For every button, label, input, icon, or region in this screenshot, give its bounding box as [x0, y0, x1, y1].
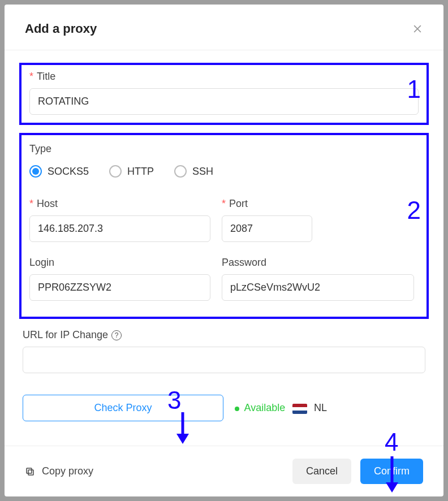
modal-content: * Title 1 Type SOCKS5 HTTP SSH	[5, 50, 443, 446]
radio-ssh[interactable]: SSH	[174, 165, 213, 178]
radio-http[interactable]: HTTP	[109, 165, 154, 178]
modal-footer: Copy proxy Cancel Confirm	[5, 446, 443, 496]
title-group: * Title 1	[19, 63, 429, 125]
radio-socks5[interactable]: SOCKS5	[29, 165, 89, 178]
copy-proxy-label: Copy proxy	[42, 465, 93, 477]
host-port-row: * Host * Port	[29, 198, 419, 242]
login-label: Login	[29, 257, 210, 269]
password-col: Password	[222, 257, 414, 301]
copy-icon	[25, 467, 35, 477]
port-label-text: Port	[229, 198, 248, 210]
login-input[interactable]	[29, 274, 210, 301]
port-input[interactable]	[222, 215, 312, 242]
host-input[interactable]	[29, 215, 210, 242]
login-col: Login	[29, 257, 210, 301]
required-asterisk: *	[29, 71, 33, 83]
password-label: Password	[222, 257, 414, 269]
status-text: Available	[244, 402, 285, 413]
footer-buttons: Cancel Confirm	[292, 459, 423, 484]
radio-label-http: HTTP	[127, 166, 154, 178]
help-icon[interactable]: ?	[111, 330, 122, 340]
port-label: * Port	[222, 198, 312, 210]
svg-marker-3	[176, 434, 189, 444]
radio-circle-icon	[29, 165, 42, 178]
radio-label-socks5: SOCKS5	[48, 166, 89, 178]
status-dot-icon	[235, 407, 239, 411]
login-pass-row: Login Password	[29, 257, 419, 301]
url-label-text: URL for IP Change	[23, 329, 108, 341]
country-code: NL	[314, 402, 327, 413]
check-proxy-button[interactable]: Check Proxy	[23, 395, 223, 421]
host-col: * Host	[29, 198, 210, 242]
confirm-button[interactable]: Confirm	[360, 459, 423, 484]
title-input[interactable]	[29, 88, 419, 115]
modal-header: Add a proxy	[5, 5, 443, 50]
required-asterisk: *	[29, 198, 33, 210]
title-label-text: Title	[37, 71, 55, 83]
radio-circle-icon	[109, 165, 122, 178]
modal-title: Add a proxy	[25, 21, 97, 36]
url-input[interactable]	[23, 347, 425, 373]
svg-rect-7	[27, 468, 32, 473]
port-col: * Port	[222, 198, 312, 242]
status-block: Available NL	[235, 402, 327, 414]
connection-group: Type SOCKS5 HTTP SSH *	[19, 133, 429, 319]
svg-rect-6	[28, 470, 33, 475]
check-row: Check Proxy Available NL	[19, 395, 429, 421]
host-label-text: Host	[37, 198, 58, 210]
title-label: * Title	[29, 71, 419, 83]
cancel-button[interactable]: Cancel	[292, 459, 351, 484]
host-label: * Host	[29, 198, 210, 210]
radio-circle-icon	[174, 165, 187, 178]
type-radio-group: SOCKS5 HTTP SSH	[29, 165, 419, 178]
add-proxy-modal: Add a proxy * Title 1 Type SOCKS5	[5, 5, 443, 496]
required-asterisk: *	[222, 198, 226, 210]
copy-proxy-button[interactable]: Copy proxy	[25, 465, 93, 477]
url-label: URL for IP Change ?	[23, 329, 425, 341]
flag-nl-icon	[292, 404, 307, 414]
radio-label-ssh: SSH	[192, 166, 213, 178]
close-icon[interactable]	[412, 23, 423, 34]
url-section: URL for IP Change ?	[19, 329, 429, 373]
password-input[interactable]	[222, 274, 414, 301]
type-label: Type	[29, 143, 419, 155]
